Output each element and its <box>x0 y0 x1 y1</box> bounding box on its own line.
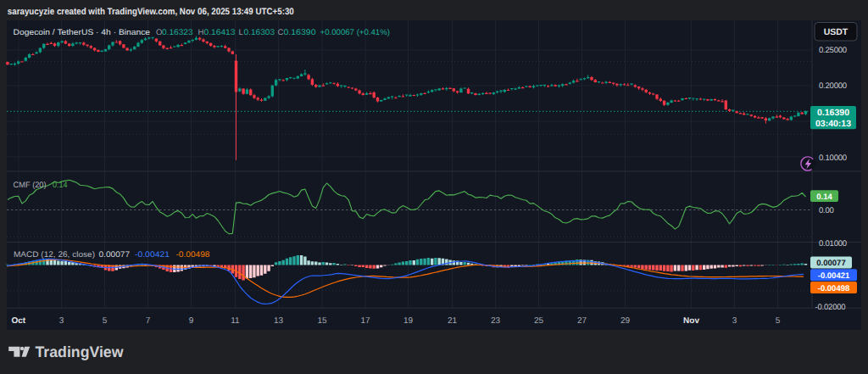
svg-text:-0.00421: -0.00421 <box>135 250 170 260</box>
svg-text:Nov: Nov <box>683 316 699 326</box>
svg-text:11: 11 <box>231 316 240 326</box>
svg-text:sarayucyzie created with Tradi: sarayucyzie created with TradingView.com… <box>8 7 294 17</box>
svg-text:0.01000: 0.01000 <box>819 239 847 248</box>
svg-text:MACD (12, 26, close): MACD (12, 26, close) <box>14 250 95 260</box>
svg-text:TradingView: TradingView <box>36 343 125 360</box>
svg-text:0.16323: 0.16323 <box>162 28 193 37</box>
svg-text:0.00: 0.00 <box>819 206 834 215</box>
svg-text:-0.02000: -0.02000 <box>815 303 846 312</box>
svg-text:C: C <box>278 28 284 37</box>
svg-text:USDT: USDT <box>824 27 849 37</box>
svg-text:17: 17 <box>360 316 370 326</box>
svg-text:9: 9 <box>189 316 194 326</box>
svg-text:3: 3 <box>732 316 737 326</box>
svg-text:23: 23 <box>491 316 501 326</box>
svg-text:0.16413: 0.16413 <box>204 28 236 37</box>
svg-text:5: 5 <box>103 316 108 326</box>
svg-text:CMF (20): CMF (20) <box>14 181 47 190</box>
svg-text:0.16390: 0.16390 <box>284 28 316 37</box>
svg-text:H: H <box>198 28 204 37</box>
svg-text:0.20000: 0.20000 <box>819 81 847 91</box>
svg-text:03:40:13: 03:40:13 <box>815 119 851 129</box>
svg-text:0.14: 0.14 <box>53 181 68 190</box>
svg-text:27: 27 <box>577 316 587 326</box>
svg-text:-0.00421: -0.00421 <box>818 271 850 281</box>
svg-text:0.00077: 0.00077 <box>99 250 131 260</box>
svg-text:0.10000: 0.10000 <box>819 154 847 163</box>
svg-text:0.16303: 0.16303 <box>244 28 275 37</box>
svg-text:0.14: 0.14 <box>816 193 832 202</box>
svg-text:19: 19 <box>403 316 414 326</box>
svg-text:-0.00498: -0.00498 <box>176 250 210 260</box>
svg-text:L: L <box>239 28 243 37</box>
svg-text:-0.00498: -0.00498 <box>818 284 850 293</box>
svg-text:+0.00067 (+0.41%): +0.00067 (+0.41%) <box>320 28 391 37</box>
svg-text:3: 3 <box>59 316 64 326</box>
svg-text:7: 7 <box>146 316 151 326</box>
svg-text:15: 15 <box>317 316 327 326</box>
svg-text:21: 21 <box>448 316 458 326</box>
svg-text:5: 5 <box>776 316 781 326</box>
svg-text:0.25000: 0.25000 <box>819 46 847 55</box>
svg-text:13: 13 <box>274 316 284 326</box>
svg-text:Dogecoin / TetherUS · 4h · Bin: Dogecoin / TetherUS · 4h · Binance <box>14 28 151 37</box>
svg-text:29: 29 <box>620 316 631 326</box>
svg-text:25: 25 <box>534 316 544 326</box>
svg-text:0.00077: 0.00077 <box>816 259 845 268</box>
svg-text:Oct: Oct <box>11 316 25 326</box>
svg-text:0.16390: 0.16390 <box>817 108 849 118</box>
